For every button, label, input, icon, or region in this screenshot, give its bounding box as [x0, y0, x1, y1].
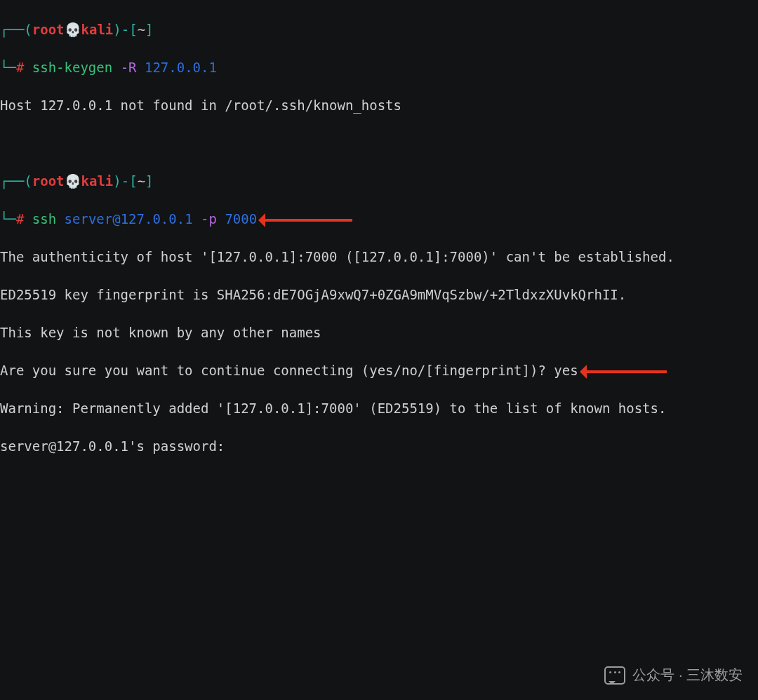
prompt-header-2: ┌──(root💀kali)-[~] [0, 172, 758, 191]
ssh-authenticity: The authenticity of host '[127.0.0.1]:70… [0, 248, 758, 267]
ssh-not-known: This key is not known by any other names [0, 323, 758, 342]
ssh-fingerprint: ED25519 key fingerprint is SHA256:dE7OGj… [0, 285, 758, 304]
wechat-icon [604, 666, 625, 685]
cmd-ssh-keygen: └─# ssh-keygen -R 127.0.0.1 [0, 58, 758, 77]
out-not-found: Host 127.0.0.1 not found in /root/.ssh/k… [0, 96, 758, 115]
arrow-icon [261, 219, 352, 222]
ssh-confirm: Are you sure you want to continue connec… [0, 361, 758, 380]
arrow-icon [583, 370, 667, 373]
terminal-output[interactable]: ┌──(root💀kali)-[~] └─# ssh-keygen -R 127… [0, 0, 758, 700]
ssh-added: Warning: Permanently added '[127.0.0.1]:… [0, 399, 758, 418]
watermark: 公众号 · 三沐数安 [604, 666, 743, 685]
cmd-ssh: └─# ssh server@127.0.0.1 -p 7000 [0, 210, 758, 229]
prompt-header-1: ┌──(root💀kali)-[~] [0, 20, 758, 39]
ssh-password-prompt: server@127.0.0.1's password: [0, 437, 758, 456]
watermark-text: 公众号 · 三沐数安 [632, 666, 743, 685]
